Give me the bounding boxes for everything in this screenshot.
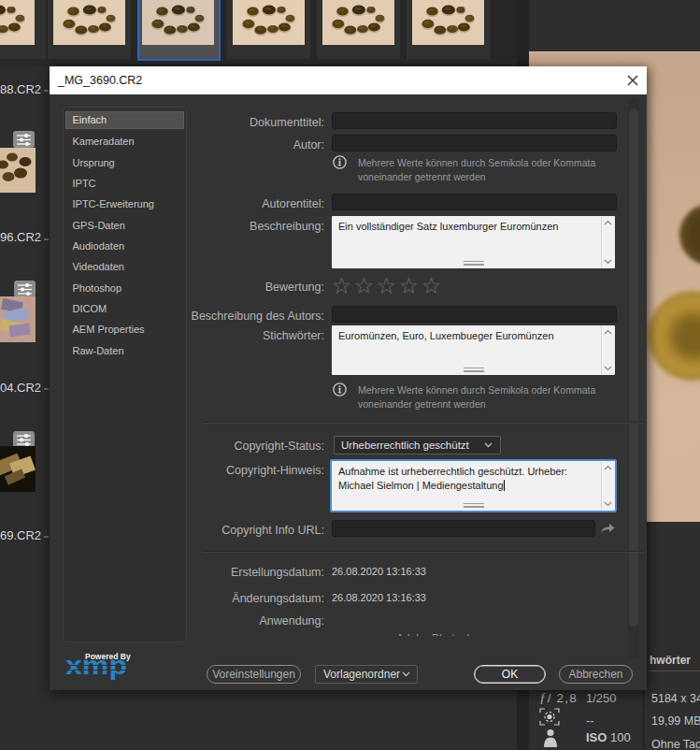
svg-text:xmp: xmp <box>65 655 127 680</box>
